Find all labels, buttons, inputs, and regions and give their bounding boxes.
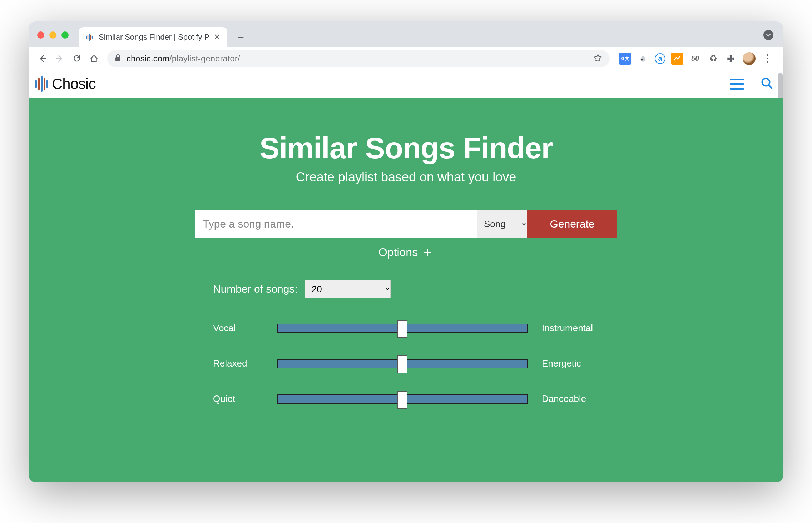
extension-chart-icon[interactable] bbox=[671, 53, 683, 65]
options-label: Options bbox=[378, 246, 418, 259]
extension-droplet-icon[interactable] bbox=[637, 53, 649, 65]
extension-recycle-icon[interactable]: ♻ bbox=[707, 53, 719, 65]
svg-line-8 bbox=[769, 85, 772, 88]
logo-mark-icon bbox=[35, 76, 48, 92]
search-icon bbox=[761, 77, 773, 90]
slider-label-left: Relaxed bbox=[213, 358, 277, 369]
extension-translate-icon[interactable]: G文 bbox=[619, 53, 631, 65]
slider-label-right: Energetic bbox=[528, 358, 599, 369]
reload-button[interactable] bbox=[69, 51, 84, 66]
slider-vocal-instrumental: Vocal Instrumental bbox=[213, 323, 599, 334]
home-button[interactable] bbox=[86, 51, 102, 66]
slider-track[interactable] bbox=[277, 394, 528, 404]
window-minimize-button[interactable] bbox=[49, 31, 56, 39]
tab-close-button[interactable]: ✕ bbox=[214, 33, 220, 42]
options-panel: Number of songs: 20 Vocal Instrumental R… bbox=[213, 280, 599, 404]
browser-tab[interactable]: Similar Songs Finder | Spotify P ✕ bbox=[79, 27, 227, 47]
logo-text: Chosic bbox=[52, 75, 95, 93]
slider-thumb[interactable] bbox=[397, 391, 407, 409]
hamburger-icon bbox=[730, 79, 744, 80]
slider-label-right: Danceable bbox=[528, 393, 599, 404]
svg-point-6 bbox=[641, 59, 643, 60]
extension-icons: G文 a 50 ♻ bbox=[619, 52, 773, 65]
url-path: /playlist-generator/ bbox=[169, 54, 240, 64]
plus-icon: ＋ bbox=[421, 244, 434, 260]
options-toggle[interactable]: Options ＋ bbox=[378, 244, 434, 260]
slider-track[interactable] bbox=[277, 359, 528, 368]
lock-icon bbox=[114, 54, 122, 63]
slider-thumb[interactable] bbox=[397, 355, 407, 373]
window-close-button[interactable] bbox=[37, 31, 44, 39]
chevron-down-icon bbox=[763, 30, 773, 40]
slider-thumb[interactable] bbox=[397, 320, 407, 338]
slider-label-left: Vocal bbox=[213, 323, 277, 334]
menu-button[interactable] bbox=[730, 79, 744, 90]
tabstrip-menu[interactable] bbox=[763, 30, 773, 40]
slider-quiet-danceable: Quiet Danceable bbox=[213, 393, 599, 404]
profile-avatar[interactable] bbox=[743, 52, 756, 65]
bookmark-star-icon[interactable] bbox=[593, 53, 603, 64]
number-of-songs-row: Number of songs: 20 bbox=[213, 280, 599, 298]
slider-relaxed-energetic: Relaxed Energetic bbox=[213, 358, 599, 369]
favicon-icon bbox=[85, 33, 94, 42]
site-logo[interactable]: Chosic bbox=[35, 75, 95, 93]
browser-toolbar: chosic.com/playlist-generator/ G文 a 50 ♻ bbox=[29, 47, 783, 70]
search-type-select[interactable]: Song bbox=[477, 210, 527, 238]
new-tab-button[interactable]: ＋ bbox=[234, 30, 248, 44]
window-maximize-button[interactable] bbox=[61, 31, 69, 39]
back-button[interactable] bbox=[35, 51, 50, 66]
hero-section: Similar Songs Finder Create playlist bas… bbox=[29, 98, 783, 482]
slider-track[interactable] bbox=[277, 324, 528, 333]
search-row: Song Generate bbox=[29, 210, 783, 238]
forward-button[interactable] bbox=[52, 51, 67, 66]
browser-window: Similar Songs Finder | Spotify P ✕ ＋ bbox=[29, 21, 783, 482]
tab-title: Similar Songs Finder | Spotify P bbox=[99, 33, 209, 42]
url-domain: chosic.com bbox=[127, 54, 169, 64]
extension-a-icon[interactable]: a bbox=[655, 53, 665, 64]
page-subtitle: Create playlist based on what you love bbox=[29, 170, 783, 185]
site-header: Chosic bbox=[29, 70, 783, 98]
site-search-button[interactable] bbox=[761, 77, 773, 91]
slider-label-right: Instrumental bbox=[528, 323, 599, 334]
window-controls bbox=[37, 31, 69, 39]
browser-tabstrip: Similar Songs Finder | Spotify P ✕ ＋ bbox=[29, 21, 783, 47]
generate-button[interactable]: Generate bbox=[527, 210, 617, 238]
page-title: Similar Songs Finder bbox=[29, 131, 783, 165]
url-text: chosic.com/playlist-generator/ bbox=[127, 54, 240, 64]
number-of-songs-select[interactable]: 20 bbox=[305, 280, 391, 298]
extension-moz-icon[interactable]: 50 bbox=[689, 53, 701, 65]
song-name-input[interactable] bbox=[195, 210, 477, 238]
page-content: Chosic Similar Songs Finder Create playl… bbox=[29, 70, 783, 482]
address-bar[interactable]: chosic.com/playlist-generator/ bbox=[107, 50, 610, 67]
browser-menu-button[interactable] bbox=[761, 54, 773, 63]
svg-rect-5 bbox=[115, 57, 120, 61]
number-of-songs-label: Number of songs: bbox=[213, 283, 298, 295]
slider-label-left: Quiet bbox=[213, 393, 277, 404]
extensions-puzzle-icon[interactable] bbox=[725, 53, 737, 65]
